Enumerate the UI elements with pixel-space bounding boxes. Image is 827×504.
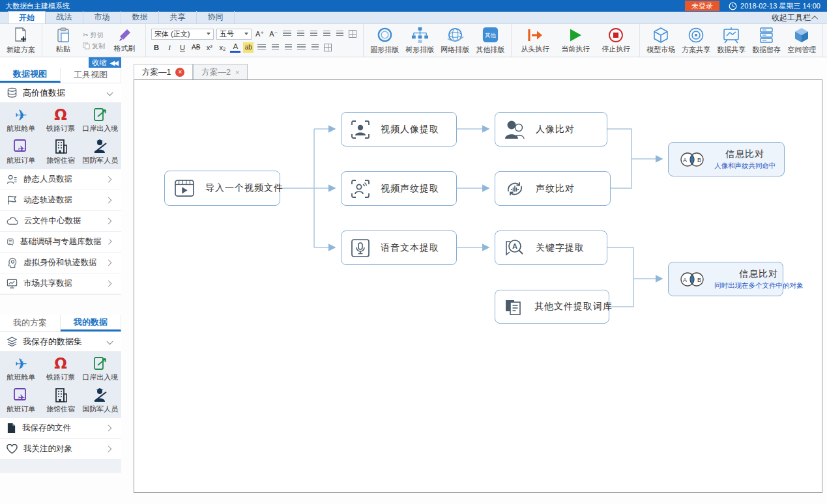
run-current-button[interactable]: 当前执行 (557, 25, 594, 55)
circle-layout-button[interactable]: 圆形排版 (369, 25, 400, 55)
dataset-railway-ticket[interactable]: Ω 铁路订票 (41, 354, 81, 382)
plan-tab-1[interactable]: 方案—1 × (134, 64, 193, 80)
stop-run-button[interactable]: 停止执行 (598, 25, 634, 55)
section-saved-datasets[interactable]: 我保存的数据集 (0, 332, 121, 352)
sidebar-collapse-button[interactable]: 收缩 ◀◀ (89, 57, 121, 68)
run-from-start-button[interactable]: 从头执行 (517, 25, 553, 55)
copy-button[interactable]: 复制 (83, 42, 105, 51)
shading-button[interactable] (323, 42, 333, 53)
dataset-flight-manifest[interactable]: ✈ 航班舱单 (1, 354, 41, 382)
category-research-library[interactable]: 基础调研与专题库数据 (0, 232, 121, 253)
dataset-border-entry[interactable]: 口岸出入境 (80, 354, 120, 382)
numbered-list-button[interactable] (295, 29, 306, 39)
dataset-hotel-stay[interactable]: 旅馆住宿 (41, 386, 81, 414)
grow-font-button[interactable]: A⁺ (254, 29, 265, 39)
network-layout-button[interactable]: 网络排版 (439, 25, 471, 55)
cut-button[interactable]: ✂ 剪切 (83, 31, 105, 40)
data-share-button[interactable]: 数据共享 (716, 25, 747, 55)
tab-my-data[interactable]: 我的数据 (61, 315, 121, 331)
node-import-video[interactable]: 导入一个视频文件 (164, 171, 280, 206)
face-scan-icon (351, 120, 370, 139)
tree-layout-button[interactable]: 树形排版 (404, 25, 435, 55)
diagram-canvas[interactable]: 导入一个视频文件 视频人像提取 (134, 79, 822, 493)
my-followed-objects[interactable]: 我关注的对象 (0, 439, 121, 460)
stop-icon (608, 27, 624, 43)
new-plan-button[interactable]: 新建方案 (5, 25, 36, 55)
dataset-border-entry[interactable]: 口岸出入境 (80, 105, 120, 133)
close-tab-icon[interactable]: × (235, 68, 239, 76)
title-bar: 大数据自主建模系统 未登录 2018-02-13 星期三 14:00 (0, 0, 827, 12)
highlight-button[interactable]: ab (243, 42, 254, 53)
dataset-hotel-stay[interactable]: 旅馆住宿 (41, 137, 81, 165)
dataset-flight-order[interactable]: ✈ 航班订单 (1, 137, 41, 165)
menu-bar: 开始 战法 市场 数据 共享 协同 收起工具栏 (0, 12, 827, 24)
font-size-select[interactable]: 五号 (216, 29, 252, 40)
font-name-select[interactable]: 宋体 (正文) (151, 29, 214, 40)
close-tab-icon[interactable]: × (175, 68, 184, 77)
category-virtual-identity[interactable]: 虚拟身份和轨迹数据 (0, 253, 121, 273)
category-static-personnel[interactable]: 静态人员数据 (0, 169, 121, 190)
category-market-shared[interactable]: 市场共享数据 (0, 273, 121, 294)
section-high-value-data[interactable]: 高价值数据 (0, 83, 121, 103)
tab-my-plans[interactable]: 我的方案 (0, 315, 61, 331)
align-center-button[interactable] (270, 42, 280, 53)
my-saved-files[interactable]: 我保存的文件 (0, 418, 121, 439)
menu-tab-start[interactable]: 开始 (8, 11, 46, 23)
subscript-button[interactable]: x₂ (217, 42, 227, 53)
font-color-button[interactable]: A (230, 42, 240, 53)
align-right-button[interactable] (283, 42, 293, 53)
sort-button[interactable] (334, 29, 345, 39)
dataset-flight-order[interactable]: ✈ 航班订单 (1, 386, 41, 414)
plan-share-button[interactable]: 方案共享 (680, 25, 712, 55)
node-other-files-lexicon[interactable]: 其他文件提取词库 (495, 290, 609, 324)
node-keyword-extract[interactable]: A 关键字提取 (495, 231, 607, 265)
category-cloud-files[interactable]: 云文件中心数据 (0, 211, 121, 232)
category-dynamic-track[interactable]: 动态轨迹数据 (0, 190, 121, 211)
indent-decrease-button[interactable] (308, 29, 319, 39)
justify-button[interactable] (296, 42, 307, 53)
dataset-railway-ticket[interactable]: Ω 铁路订票 (41, 105, 81, 133)
dataset-military-personnel[interactable]: 国防军人员 (80, 386, 120, 414)
underline-button[interactable]: U (177, 42, 188, 53)
line-spacing-button[interactable] (310, 42, 320, 53)
node-speech-text-extract[interactable]: 语音文本提取 (341, 231, 457, 265)
svg-text:A: A (683, 156, 687, 163)
node-video-face-extract[interactable]: 视频人像提取 (341, 112, 457, 147)
node-video-voiceprint-extract[interactable]: 视频声纹提取 (341, 171, 457, 206)
space-management-button[interactable]: 空间管理 (786, 25, 817, 55)
align-left-button[interactable] (256, 42, 267, 53)
indent-increase-button[interactable] (321, 29, 332, 39)
flag-icon (7, 195, 18, 206)
dataset-flight-manifest[interactable]: ✈ 航班舱单 (1, 105, 41, 133)
login-status-badge[interactable]: 未登录 (685, 1, 719, 11)
paste-button[interactable]: 粘贴 (48, 25, 79, 55)
bullet-list-button[interactable] (282, 29, 293, 39)
table-button[interactable] (347, 29, 358, 39)
datetime-label: 2018-02-13 星期三 14:00 (740, 1, 820, 11)
shrink-font-button[interactable]: A⁻ (268, 29, 279, 39)
menu-tab-market[interactable]: 市场 (83, 11, 121, 23)
menu-tab-tactics[interactable]: 战法 (46, 11, 83, 23)
menu-tab-data[interactable]: 数据 (121, 11, 159, 23)
node-info-compare-2[interactable]: A B 信息比对 同时出现在多个文件中的对象 (668, 262, 783, 296)
node-voiceprint-compare[interactable]: 声纹比对 (495, 171, 611, 206)
document-lines-icon (7, 236, 14, 247)
italic-button[interactable]: I (164, 42, 175, 53)
strikethrough-button[interactable]: AB (190, 42, 201, 53)
node-info-compare-1[interactable]: A B 信息比对 人像和声纹共同命中 (668, 142, 785, 176)
plan-tab-2[interactable]: 方案—2 × (193, 64, 248, 80)
format-painter-button[interactable]: 格式刷 (109, 25, 140, 55)
other-layout-button[interactable]: 其他 其他排版 (474, 25, 506, 55)
model-market-button[interactable]: 模型市场 (645, 25, 676, 55)
align-right-icon (285, 44, 292, 51)
bold-button[interactable]: B (151, 42, 162, 53)
dataset-military-personnel[interactable]: 国防军人员 (80, 137, 120, 165)
superscript-button[interactable]: x² (204, 42, 214, 53)
tab-tool-view[interactable]: 工具视图 (61, 68, 121, 83)
tab-data-view[interactable]: 数据视图 (0, 68, 61, 83)
menu-tab-collab[interactable]: 协同 (197, 11, 235, 23)
data-retention-button[interactable]: 数据留存 (751, 25, 782, 55)
menu-tab-share[interactable]: 共享 (159, 11, 197, 23)
node-face-compare[interactable]: 人像比对 (495, 112, 607, 147)
collapse-toolbar-button[interactable]: 收起工具栏 (772, 12, 827, 23)
